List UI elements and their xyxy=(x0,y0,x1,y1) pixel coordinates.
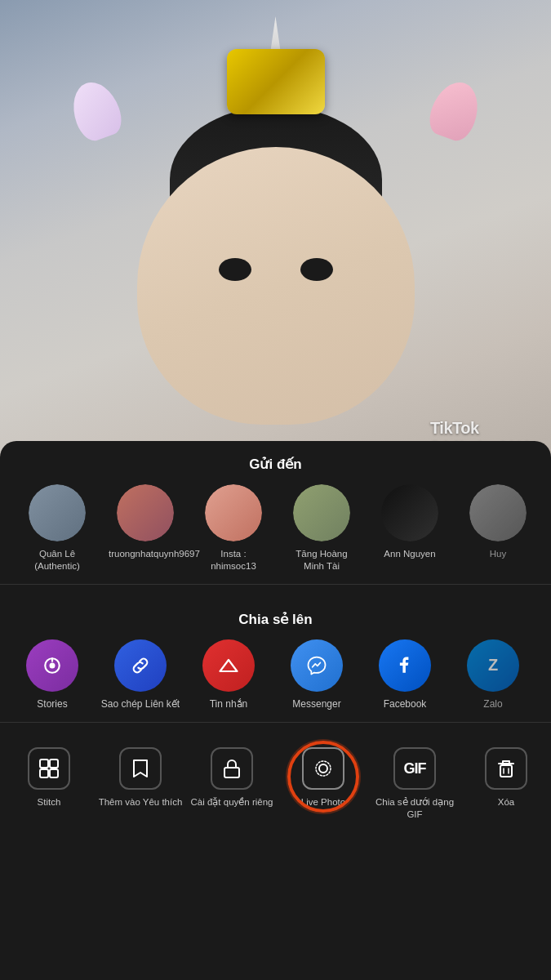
divider-2 xyxy=(0,722,551,723)
message-icon xyxy=(202,639,255,692)
avatar xyxy=(205,484,262,541)
contact-name: Insta : nhimsoc13 xyxy=(197,548,270,572)
share-item-facebook[interactable]: Facebook xyxy=(361,639,449,711)
gif-icon: GIF xyxy=(393,747,436,790)
avatar xyxy=(29,484,86,541)
contact-item[interactable]: Quân Lê (Authentic) xyxy=(13,484,101,572)
copy-link-label: Sao chép Liên kết xyxy=(101,698,180,711)
zalo-label: Zalo xyxy=(483,698,502,711)
trash-icon xyxy=(485,747,527,790)
tiktok-logo-text: TikTok xyxy=(430,419,541,438)
messenger-label: Messenger xyxy=(292,698,340,711)
facebook-icon xyxy=(379,639,431,692)
eyes-area xyxy=(194,253,358,286)
messenger-icon xyxy=(291,639,343,692)
send-section-title: Gửi đến xyxy=(0,441,551,484)
share-item-copy-link[interactable]: Sao chép Liên kết xyxy=(96,639,184,711)
action-item-delete[interactable]: Xóa xyxy=(460,747,551,821)
privacy-label: Cài đặt quyền riêng xyxy=(191,796,273,808)
stitch-icon xyxy=(28,747,70,790)
hair-roller xyxy=(227,49,325,114)
action-item-privacy[interactable]: Cài đặt quyền riêng xyxy=(186,747,278,821)
eye-left xyxy=(219,258,251,281)
stories-icon xyxy=(26,639,78,692)
action-item-bookmark[interactable]: Thêm vào Yêu thích xyxy=(95,747,186,821)
live-photo-label: Live Photo xyxy=(301,796,345,808)
contact-item[interactable]: Tăng Hoàng Minh Tài xyxy=(278,484,366,572)
contact-item[interactable]: Ann Nguyen xyxy=(366,484,454,572)
avatar xyxy=(117,484,174,541)
face xyxy=(137,147,415,425)
contact-item[interactable]: Insta : nhimsoc13 xyxy=(189,484,278,572)
eye-right xyxy=(300,258,333,281)
message-label: Tin nhắn xyxy=(210,698,248,711)
share-item-messenger[interactable]: Messenger xyxy=(273,639,361,711)
contact-item[interactable]: Huy xyxy=(454,484,542,572)
share-section-title: Chia sẻ lên xyxy=(0,596,551,639)
facebook-label: Facebook xyxy=(384,698,427,711)
copy-link-icon xyxy=(114,639,167,692)
bookmark-label: Thêm vào Yêu thích xyxy=(99,796,183,808)
action-item-gif[interactable]: GIF Chia sẻ dưới dạng GIF xyxy=(369,747,460,821)
share-row: Stories Sao chép Liên kết Tin nhắn Messe… xyxy=(0,639,551,711)
delete-label: Xóa xyxy=(498,796,514,808)
bottom-sheet: Gửi đến Quân Lê (Authentic) truongnhatqu… xyxy=(0,441,551,980)
contact-item[interactable]: truongnhatquynh9697 xyxy=(101,484,189,572)
live-photo-icon xyxy=(302,747,344,790)
action-item-stitch[interactable]: Stitch xyxy=(3,747,95,821)
action-item-live-photo[interactable]: Live Photo xyxy=(278,747,369,821)
stories-label: Stories xyxy=(37,698,67,711)
share-item-message[interactable]: Tin nhắn xyxy=(184,639,273,711)
svg-rect-8 xyxy=(224,768,239,777)
actions-row: Stitch Thêm vào Yêu thích Cài đặt quyền … xyxy=(0,734,551,821)
share-item-stories[interactable]: Stories xyxy=(8,639,96,711)
svg-rect-7 xyxy=(50,769,58,777)
contact-name: Quân Lê (Authentic) xyxy=(20,548,94,572)
contact-name: Huy xyxy=(490,548,506,560)
bookmark-icon xyxy=(119,747,162,790)
avatar xyxy=(293,484,350,541)
svg-point-2 xyxy=(50,663,54,667)
lock-icon xyxy=(211,747,253,790)
svg-point-10 xyxy=(316,761,331,776)
contact-name: Tăng Hoàng Minh Tài xyxy=(285,548,358,572)
svg-marker-3 xyxy=(220,660,238,671)
svg-rect-4 xyxy=(40,760,48,768)
gif-label: Chia sẻ dưới dạng GIF xyxy=(369,796,460,821)
avatar xyxy=(381,484,438,541)
contact-name: Ann Nguyen xyxy=(384,548,435,560)
svg-rect-6 xyxy=(40,769,48,777)
divider xyxy=(0,584,551,585)
avatar xyxy=(469,484,527,541)
svg-rect-11 xyxy=(500,765,512,777)
stitch-label: Stitch xyxy=(38,796,61,808)
contacts-row: Quân Lê (Authentic) truongnhatquynh9697 … xyxy=(0,484,551,572)
video-area: TikTok @phukien_japanhdainhay xyxy=(0,0,551,457)
svg-point-9 xyxy=(319,764,327,773)
zalo-icon: Z xyxy=(467,639,519,692)
contact-name: truongnhatquynh9697 xyxy=(109,548,182,560)
svg-rect-5 xyxy=(50,760,58,768)
share-item-zalo[interactable]: Z Zalo xyxy=(449,639,537,711)
